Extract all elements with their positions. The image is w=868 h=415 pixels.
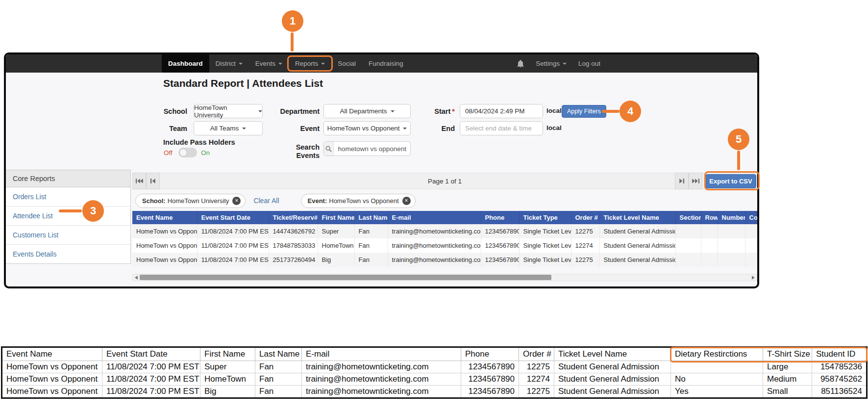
nav-events-label: Events [255,60,275,67]
cell-last: Fan [354,224,388,238]
top-navbar: Dashboard District Events Reports Social… [6,54,757,73]
nav-reports[interactable]: Reports [289,54,331,73]
search-events-input[interactable]: hometown vs opponent [323,141,411,156]
export-to-csv-button[interactable]: Export to CSV [705,174,756,188]
csv-col-last-name: Last Name [255,347,302,361]
col-row[interactable]: Row [701,211,718,224]
col-order[interactable]: Order # [571,211,599,224]
col-ticket-reserv[interactable]: Ticket/Reserv# [269,211,318,224]
order-number-link[interactable]: 12275 [571,253,599,267]
report-panel: Page 1 of 1 Export to CSV School: HomeTo… [132,173,757,281]
cell-code [745,253,759,267]
horizontal-scrollbar[interactable] [132,274,757,281]
csv-cell-email: training@hometownticketing.com [302,373,461,386]
order-number-link[interactable]: 12274 [571,238,599,253]
clear-all-link[interactable]: Clear All [253,197,279,205]
csv-cell-last: Fan [255,361,302,373]
cell-level: Student General Admission [599,224,675,238]
col-email[interactable]: E-mail [388,211,481,224]
event-filter-chip: Event: HomeTown vs Opponent × [301,194,416,208]
csv-col-order: Order # [519,347,554,361]
col-last-name[interactable]: Last Name [354,211,388,224]
col-phone[interactable]: Phone [481,211,519,224]
nav-dashboard[interactable]: Dashboard [162,54,209,73]
department-select[interactable]: All Departments [323,104,411,118]
sidebar-item-orders-list[interactable]: Orders List [6,187,130,207]
col-number[interactable]: Number [718,211,745,224]
nav-reports-label: Reports [295,60,318,67]
csv-cell-order: 12274 [519,373,554,386]
nav-logout[interactable]: Log out [572,60,606,67]
csv-col-event-start-date: Event Start Date [102,347,200,361]
cell-level: Student General Admission [599,253,675,267]
attendees-table: Event Name Event Start Date Ticket/Reser… [132,211,759,267]
pass-holders-toggle[interactable] [178,148,197,157]
last-page-button[interactable] [689,173,702,189]
col-code[interactable]: Code [745,211,759,224]
start-date-input[interactable]: 08/04/2024 2:49 PM [460,104,543,118]
chevron-down-icon [258,110,262,112]
col-section[interactable]: Section [675,211,701,224]
csv-cell-start: 11/08/2024 7:00 PM EST [102,361,200,373]
csv-col-tshirt-size: T-Shirt Size [763,347,812,361]
school-filter-chip: School: HomeTown University × [135,194,246,208]
nav-settings[interactable]: Settings [530,60,572,67]
col-ticket-type[interactable]: Ticket Type [519,211,571,224]
scrollbar-thumb[interactable] [140,275,551,280]
chip-value: HomeTown vs Opponent [329,197,398,205]
cell-code [745,224,759,238]
csv-col-ticket-level-name: Ticket Level Name [554,347,671,361]
cell-type: Single Ticket Level [519,238,571,253]
csv-cell-dietary: Yes [671,386,763,398]
apply-filters-button[interactable]: Apply Filters [562,105,606,118]
nav-fundraising[interactable]: Fundraising [362,54,410,73]
csv-cell-phone: 1234567890 [461,386,519,398]
end-date-input[interactable]: Select end date & time [460,121,543,135]
scroll-left-icon[interactable] [135,276,138,280]
csv-col-phone: Phone [461,347,519,361]
csv-header-row: Event Name Event Start Date First Name L… [2,347,867,361]
sidebar-item-customers-list[interactable]: Customers List [6,226,130,245]
filter-chips-row: School: HomeTown University × Clear All … [132,193,757,208]
cell-ticket: 251737260494 [269,253,318,267]
csv-cell-first: Super [200,361,255,373]
remove-chip-icon[interactable]: × [402,197,411,205]
csv-cell-tshirt: Medium [763,373,812,386]
nav-events[interactable]: Events [249,54,289,73]
next-page-button[interactable] [675,173,689,189]
cell-first: Big [318,253,354,267]
cell-row [701,224,718,238]
csv-cell-order: 12275 [519,386,554,398]
cell-ticket: 144743626792 [269,224,318,238]
table-row: HomeTown vs Opponent 11/08/2024 7:00 PM … [132,238,759,253]
col-event-name[interactable]: Event Name [132,211,197,224]
cell-phone: 1234567890 [481,238,519,253]
nav-district[interactable]: District [209,54,249,73]
sidebar-item-events-details[interactable]: Events Details [6,245,130,263]
school-select[interactable]: HomeTown University [194,104,263,118]
team-select[interactable]: All Teams [194,121,263,135]
csv-cell-email: training@hometownticketing.com [302,361,461,373]
col-first-name[interactable]: First Name [318,211,354,224]
col-event-start-date[interactable]: Event Start Date [197,211,269,224]
page-title: Standard Report | Attendees List [163,78,323,89]
notifications-button[interactable] [511,60,530,68]
cell-email: training@hometownticketing.com [388,253,481,267]
event-select[interactable]: HomeTown vs Opponent [323,121,411,135]
csv-cell-tshirt: Small [763,386,812,398]
remove-chip-icon[interactable]: × [232,197,241,205]
nav-fundraising-label: Fundraising [369,60,403,67]
include-pass-holders-label: Include Pass Holders [163,138,235,146]
callout-1-line [291,32,294,52]
csv-row: HomeTown vs Opponent 11/08/2024 7:00 PM … [2,373,867,386]
chevron-down-icon [239,63,243,65]
csv-cell-student-id: 154785236 [812,361,867,373]
nav-social[interactable]: Social [331,54,362,73]
order-number-link[interactable]: 12275 [571,224,599,238]
cell-event: HomeTown vs Opponent [132,253,197,267]
csv-cell-student-id: 851136524 [812,386,867,398]
col-ticket-level-name[interactable]: Ticket Level Name [599,211,675,224]
next-page-icon [679,178,684,184]
event-select-value: HomeTown vs Opponent [327,125,400,132]
scroll-right-icon[interactable] [752,276,755,280]
